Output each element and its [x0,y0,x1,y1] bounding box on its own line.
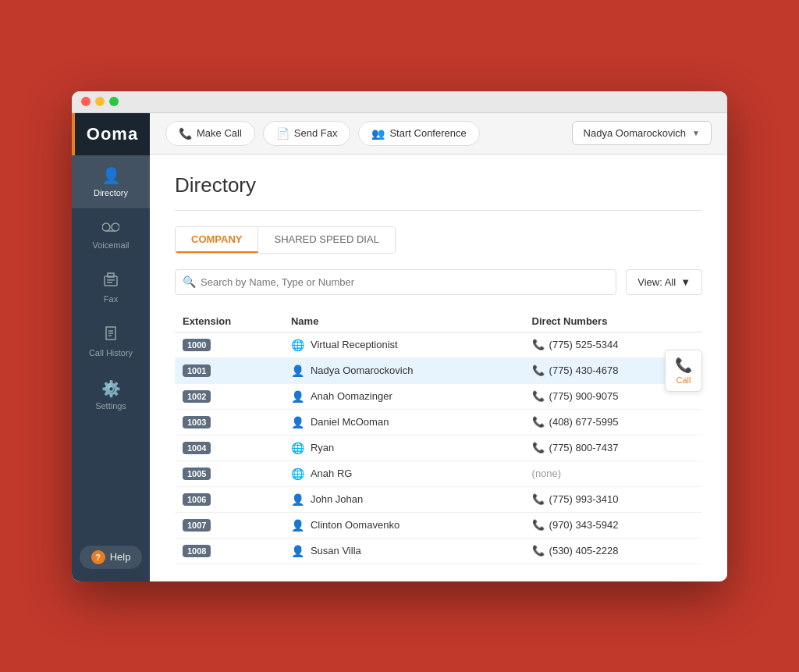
number-text: (775) 525-5344 [549,339,619,350]
directory-table: Extension Name Direct Numbers 1000🌐Virtu… [175,311,702,564]
cell-extension: 1005 [175,460,283,486]
maximize-button[interactable] [109,97,119,106]
logo-text: Ooma [87,124,138,144]
phone-icon: 📞 [532,545,545,556]
number-text: (408) 677-5995 [549,416,619,428]
name-text: Ryan [311,442,334,453]
sidebar-item-directory[interactable]: 👤 Directory [72,155,150,208]
cell-number: 📞(970) 343-5942 [517,512,702,538]
tab-company[interactable]: COMPANY [176,227,258,253]
table-row[interactable]: 1001👤Nadya Oomarockovich📞(775) 430-4678 [175,357,702,383]
view-label: View: All [637,276,676,288]
svg-rect-6 [107,282,112,283]
cell-extension: 1004 [175,435,283,460]
sidebar-logo: Ooma [72,113,150,155]
phone-icon: 📞 [532,339,545,350]
header-name: Name [283,311,517,332]
make-call-button[interactable]: 📞 Make Call [165,121,255,146]
phone-icon: 📞 [532,519,545,531]
sidebar-item-fax[interactable]: Fax [72,261,150,315]
phone-icon: 📞 [532,364,545,376]
virtual-icon: 🌐 [291,468,304,480]
cell-extension: 1006 [175,486,283,512]
titlebar [72,91,727,113]
fax-icon [103,272,119,291]
virtual-icon: 🌐 [291,442,304,454]
tab-shared-speed-dial-label: SHARED SPEED DIAL [274,233,378,245]
start-conference-button[interactable]: 👥 Start Conference [358,121,479,146]
svg-rect-3 [105,276,117,286]
table-row[interactable]: 1003👤Daniel McOoman📞(408) 677-5995 [175,409,702,435]
cell-name: 👤Susan Villa [283,538,517,564]
svg-rect-4 [108,273,114,277]
send-fax-icon: 📄 [276,127,289,140]
number-text: (530) 405-2228 [549,545,619,556]
table-header-row: Extension Name Direct Numbers [175,311,702,332]
name-text: Virtual Receptionist [311,339,398,350]
cell-extension: 1008 [175,538,283,564]
table-row[interactable]: 1005🌐Anah RG(none) [175,460,702,486]
person-icon: 👤 [291,416,304,428]
view-dropdown[interactable]: View: All ▼ [626,269,702,295]
name-text: Susan Villa [311,545,361,556]
cell-name: 👤Anah Oomazinger [283,383,517,409]
help-button[interactable]: ? Help [80,546,142,569]
toolbar: 📞 Make Call 📄 Send Fax 👥 Start Conferenc… [150,113,727,155]
header-direct-numbers: Direct Numbers [517,311,702,332]
cell-number: 📞(775) 800-7437 [517,435,702,460]
table-wrapper: Extension Name Direct Numbers 1000🌐Virtu… [175,311,702,564]
cell-number: 📞(775) 993-3410 [517,486,702,512]
table-row[interactable]: 1004🌐Ryan📞(775) 800-7437 [175,435,702,460]
sidebar-item-label-directory: Directory [94,188,128,197]
header-extension: Extension [175,311,283,332]
name-text: Daniel McOoman [311,416,389,428]
cell-number: 📞(408) 677-5995 [517,409,702,435]
voicemail-icon [102,219,119,237]
table-row[interactable]: 1000🌐Virtual Receptionist📞(775) 525-5344 [175,332,702,357]
minimize-button[interactable] [95,97,105,106]
sidebar-item-call-history[interactable]: Call History [72,315,150,368]
phone-icon: 📞 [532,390,545,402]
cell-name: 🌐Ryan [283,435,517,460]
make-call-label: Make Call [197,127,242,139]
user-dropdown[interactable]: Nadya Oomarockovich ▼ [572,121,712,145]
start-conference-icon: 👥 [371,127,385,140]
tab-company-label: COMPANY [191,233,242,245]
sidebar-item-label-call-history: Call History [89,348,133,357]
search-input[interactable] [175,269,616,295]
table-row[interactable]: 1008👤Susan Villa📞(530) 405-2228 [175,538,702,564]
cell-name: 👤Nadya Oomarockovich [283,357,517,383]
table-row[interactable]: 1006👤John Johan📞(775) 993-3410 [175,486,702,512]
dropdown-arrow-icon: ▼ [692,129,700,137]
cell-number: 📞(530) 405-2228 [517,538,702,564]
phone-icon: 📞 [532,493,545,505]
table-row[interactable]: 1002👤Anah Oomazinger📞(775) 900-9075 [175,383,702,409]
name-text: John Johan [311,493,363,505]
tab-shared-speed-dial[interactable]: SHARED SPEED DIAL [258,227,394,253]
send-fax-label: Send Fax [294,127,338,139]
number-text: (775) 800-7437 [549,442,619,453]
sidebar-item-voicemail[interactable]: Voicemail [72,208,150,261]
make-call-icon: 📞 [179,127,192,140]
send-fax-button[interactable]: 📄 Send Fax [263,121,351,146]
call-button[interactable]: 📞 Call [665,350,702,392]
close-button[interactable] [81,97,91,106]
call-float-label: Call [676,375,691,385]
cell-name: 👤Daniel McOoman [283,409,517,435]
table-row[interactable]: 1007👤Clinton Oomavenko📞(970) 343-5942 [175,512,702,538]
cell-extension: 1000 [175,332,283,357]
cell-number: (none) [517,460,702,486]
sidebar-item-settings[interactable]: ⚙️ Settings [72,368,150,421]
view-dropdown-arrow-icon: ▼ [680,276,691,288]
app-window: Ooma 👤 Directory Voicemail [72,91,727,581]
person-icon: 👤 [291,493,304,506]
sidebar-item-label-settings: Settings [95,401,126,411]
name-text: Nadya Oomarockovich [311,364,414,376]
virtual-icon: 🌐 [291,339,304,351]
call-history-icon [103,325,119,345]
help-label: Help [110,551,131,563]
search-wrapper: 🔍 [175,269,616,295]
tabs-container: COMPANY SHARED SPEED DIAL [175,226,396,254]
name-text: Clinton Oomavenko [311,519,400,531]
app-container: Ooma 👤 Directory Voicemail [72,113,727,581]
